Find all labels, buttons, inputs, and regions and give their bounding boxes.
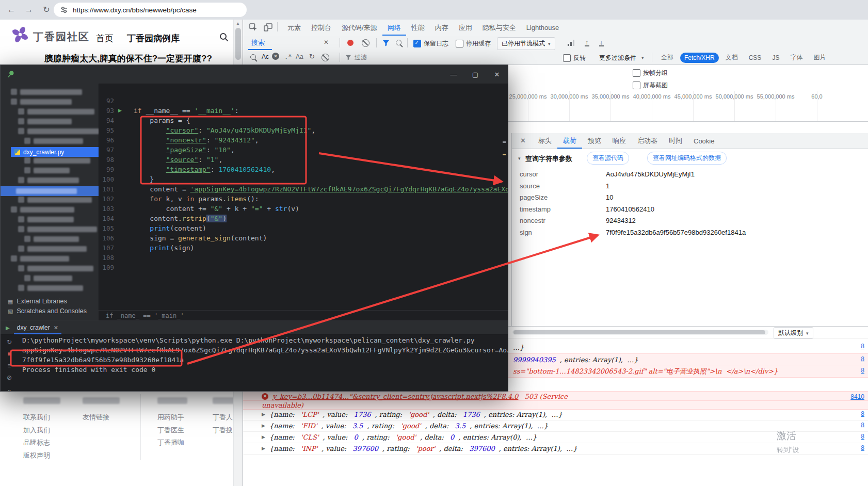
filter-icon[interactable] bbox=[382, 40, 390, 46]
clear-search-icon[interactable]: ✕ bbox=[272, 53, 279, 60]
expand-triangle-icon[interactable]: ▶ bbox=[262, 446, 265, 451]
close-button[interactable]: ✕ bbox=[486, 65, 508, 84]
run-output[interactable]: D:\pythonProject\myworkspace\venv\Script… bbox=[22, 335, 508, 392]
clear-output-icon[interactable]: ⊘ bbox=[7, 374, 12, 381]
preserve-log-checkbox[interactable] bbox=[413, 40, 421, 47]
code-editor[interactable]: 9293▶if __name__ == '__main__':94 params… bbox=[99, 84, 508, 320]
search-drawer-tab[interactable]: 搜索 bbox=[251, 38, 265, 47]
disable-cache-checkbox[interactable] bbox=[456, 40, 463, 47]
invert-checkbox[interactable] bbox=[563, 54, 571, 62]
pin-icon[interactable] bbox=[5, 69, 17, 80]
brand-name[interactable]: 丁香园社区 bbox=[33, 30, 90, 44]
search-network-icon[interactable] bbox=[396, 40, 401, 45]
site-search-icon[interactable] bbox=[219, 32, 229, 42]
nav-home[interactable]: 首页 bbox=[96, 33, 114, 44]
import-har-icon[interactable]: ↑ bbox=[585, 39, 589, 46]
filter-pill-图片[interactable]: 图片 bbox=[809, 52, 830, 63]
inspect-element-icon[interactable] bbox=[249, 23, 258, 31]
hscrollbar-thumb[interactable] bbox=[513, 330, 765, 334]
footer-link-加入我们[interactable]: 加入我们 bbox=[23, 426, 50, 435]
scrollbar-up-icon[interactable]: ▲ bbox=[236, 21, 240, 26]
request-tab-时间[interactable]: 时间 bbox=[663, 133, 688, 149]
group-by-frame-checkbox[interactable] bbox=[633, 69, 640, 77]
footer-link-版权声明[interactable]: 版权声明 bbox=[23, 451, 50, 460]
tree-item-selected-file[interactable]: dxy_crawler.py bbox=[11, 147, 99, 157]
source-link[interactable]: 8 bbox=[861, 422, 864, 429]
device-toolbar-icon[interactable] bbox=[264, 23, 272, 31]
record-network-log-icon[interactable] bbox=[347, 40, 353, 46]
filter-pill-JS[interactable]: JS bbox=[768, 53, 783, 63]
export-har-icon[interactable]: ↓ bbox=[599, 39, 604, 46]
log-level-dropdown[interactable]: 默认级别 ▾ bbox=[774, 327, 813, 339]
devtools-tab-应用[interactable]: 应用 bbox=[454, 20, 477, 36]
more-filters-dropdown[interactable]: 更多过滤条件 bbox=[599, 54, 636, 62]
filter-input[interactable]: 过滤 bbox=[355, 53, 367, 62]
match-case-toggle[interactable]: Aa bbox=[296, 53, 303, 60]
maximize-button[interactable]: ▢ bbox=[464, 65, 486, 84]
ide-titlebar[interactable]: — ▢ ✕ bbox=[1, 65, 508, 84]
close-detail-icon[interactable]: ✕ bbox=[520, 137, 526, 144]
nav-case-library[interactable]: 丁香园病例库 bbox=[127, 33, 180, 44]
source-link[interactable]: 8410 bbox=[850, 393, 864, 400]
regex-toggle[interactable]: .* bbox=[284, 53, 292, 60]
filter-pill-Fetch/XHR[interactable]: Fetch/XHR bbox=[680, 53, 719, 63]
forward-icon[interactable]: → bbox=[22, 3, 36, 17]
rerun-icon[interactable]: ↻ bbox=[7, 338, 12, 346]
tree-item-selected-folder[interactable] bbox=[1, 186, 99, 196]
request-tab-载荷[interactable]: 载荷 bbox=[557, 133, 582, 149]
network-conditions-icon[interactable] bbox=[567, 39, 575, 46]
throttling-dropdown[interactable]: 已停用节流模式 ▾ bbox=[497, 37, 555, 50]
expand-triangle-icon[interactable]: ▶ bbox=[262, 434, 265, 440]
filter-pill-文档[interactable]: 文档 bbox=[721, 52, 742, 63]
stop-icon[interactable]: ■ bbox=[7, 350, 11, 358]
request-tab-Cookie[interactable]: Cookie bbox=[688, 133, 720, 149]
request-tab-响应[interactable]: 响应 bbox=[607, 133, 632, 149]
case-title[interactable]: 胰腺肿瘤太大,脾真的保不住?一定要开腹?? bbox=[44, 53, 212, 64]
console-hscrollbar[interactable] bbox=[512, 330, 768, 335]
run-line-icon[interactable]: ▶ bbox=[118, 108, 122, 113]
source-link[interactable]: 8 bbox=[861, 343, 864, 350]
source-link[interactable]: 8 bbox=[861, 410, 864, 417]
source-link[interactable]: 8 bbox=[861, 444, 864, 451]
search-query[interactable]: Ac bbox=[262, 53, 269, 60]
tree-item-scratches[interactable]: ▧ Scratches and Consoles bbox=[8, 307, 87, 315]
minimize-button[interactable]: — bbox=[443, 65, 464, 84]
section-collapse-icon[interactable]: ▾ bbox=[518, 156, 521, 161]
footer-link-丁香播咖[interactable]: 丁香播咖 bbox=[157, 438, 184, 447]
filter-pill-全部[interactable]: 全部 bbox=[657, 52, 678, 63]
devtools-tab-网络[interactable]: 网络 bbox=[382, 20, 406, 36]
tree-item-external-libraries[interactable]: ▦ External Libraries bbox=[8, 298, 67, 305]
source-link[interactable]: 8 bbox=[861, 355, 864, 363]
devtools-tab-源代码/来源[interactable]: 源代码/来源 bbox=[336, 20, 382, 36]
source-link[interactable]: 8 bbox=[861, 433, 864, 440]
devtools-tab-元素[interactable]: 元素 bbox=[282, 20, 306, 36]
query-params-section-title[interactable]: 查询字符串参数 bbox=[525, 154, 572, 164]
source-link[interactable]: 8 bbox=[861, 367, 864, 374]
screenshots-checkbox[interactable] bbox=[633, 82, 640, 89]
request-tab-标头[interactable]: 标头 bbox=[533, 133, 557, 149]
run-options-icon[interactable]: ≡ bbox=[7, 362, 11, 369]
run-tab[interactable]: dxy_crawler ✕ bbox=[14, 321, 61, 334]
expand-triangle-icon[interactable]: ▶ bbox=[262, 423, 265, 428]
search-drawer-close-icon[interactable]: ✕ bbox=[324, 39, 329, 46]
back-icon[interactable]: ← bbox=[4, 3, 19, 17]
reload-icon[interactable]: ↻ bbox=[39, 3, 54, 17]
clear-network-log-icon[interactable] bbox=[362, 39, 369, 47]
footer-link-用药助手[interactable]: 用药助手 bbox=[157, 413, 184, 422]
request-tab-预览[interactable]: 预览 bbox=[582, 133, 607, 149]
refresh-search-icon[interactable]: ↻ bbox=[309, 53, 315, 60]
footer-link-联系我们[interactable]: 联系我们 bbox=[23, 413, 50, 422]
site-settings-icon[interactable] bbox=[60, 6, 68, 14]
scroll-end-icon[interactable]: ⌄ bbox=[7, 386, 12, 392]
expand-triangle-icon[interactable]: ▶ bbox=[262, 412, 265, 417]
footer-link-品牌标志[interactable]: 品牌标志 bbox=[23, 438, 50, 447]
footer-link-友情链接[interactable]: 友情链接 bbox=[83, 413, 109, 422]
clear-search-results-icon[interactable] bbox=[322, 54, 329, 61]
devtools-tab-控制台[interactable]: 控制台 bbox=[306, 20, 336, 36]
close-run-tab-icon[interactable]: ✕ bbox=[54, 325, 58, 331]
filter-pill-字体[interactable]: 字体 bbox=[786, 52, 807, 63]
devtools-tab-隐私与安全[interactable]: 隐私与安全 bbox=[477, 20, 521, 36]
scrollbar-thumb[interactable] bbox=[235, 28, 241, 60]
view-urlencoded-button[interactable]: 查看网址编码格式的数据 bbox=[647, 152, 727, 165]
request-tab-启动器[interactable]: 启动器 bbox=[632, 133, 663, 149]
